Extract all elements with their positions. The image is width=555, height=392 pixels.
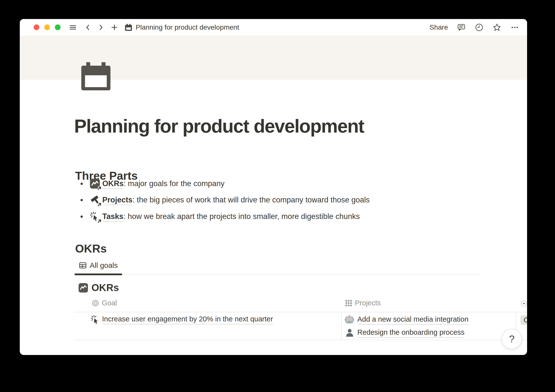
table-header-border xyxy=(75,312,527,312)
calendar-icon xyxy=(124,23,133,32)
desktop-background: Planning for product development Share xyxy=(0,0,555,392)
tab-divider xyxy=(75,274,481,275)
bullet-dot xyxy=(81,199,83,201)
active-tab-underline xyxy=(75,274,122,275)
bullet-dot xyxy=(81,183,83,185)
bullet-text: : how we break apart the projects into s… xyxy=(124,212,360,221)
close-window-button[interactable] xyxy=(34,24,39,30)
back-icon[interactable] xyxy=(84,23,92,31)
table-row-goal-cell[interactable]: Increase user engagement by 20% in the n… xyxy=(91,315,273,324)
collapse-triangle-icon[interactable] xyxy=(521,300,527,307)
view-tab-all-goals[interactable]: All goals xyxy=(79,261,118,270)
forward-icon[interactable] xyxy=(97,23,105,31)
column-header-projects[interactable]: Projects xyxy=(345,299,381,307)
okrs-page-link[interactable]: OKRs xyxy=(102,179,124,189)
heading-okrs[interactable]: OKRs xyxy=(75,242,107,255)
status-tag[interactable]: O xyxy=(520,315,527,325)
tasks-page-link[interactable]: Tasks xyxy=(102,212,124,222)
grid-icon xyxy=(345,300,352,307)
breadcrumb-page-title[interactable]: Planning for product development xyxy=(136,23,239,31)
list-item-tasks[interactable]: Tasks: how we break apart the projects i… xyxy=(75,211,360,222)
minimize-window-button[interactable] xyxy=(44,24,50,30)
calendar-page-icon[interactable] xyxy=(81,62,110,90)
more-icon[interactable] xyxy=(510,23,519,32)
project-relation-item[interactable]: Redesign the onboarding process xyxy=(345,328,465,338)
share-button[interactable]: Share xyxy=(429,23,448,31)
view-tab-label: All goals xyxy=(90,261,118,270)
table-row-border xyxy=(75,340,527,340)
traffic-lights xyxy=(34,24,61,30)
notion-window: Planning for product development Share xyxy=(20,19,527,355)
bullet-text: : the big pieces of work that will drive… xyxy=(132,196,370,204)
sidebar-menu-icon[interactable] xyxy=(68,23,77,32)
list-item-projects[interactable]: Projects: the big pieces of work that wi… xyxy=(75,194,370,206)
projects-page-link[interactable]: Projects xyxy=(102,196,132,205)
trending-up-icon xyxy=(90,179,100,189)
hammer-icon xyxy=(90,195,100,205)
page-link-arrow-icon xyxy=(97,186,102,191)
cursor-click-icon xyxy=(90,212,100,221)
star-icon[interactable] xyxy=(492,23,501,32)
zoom-window-button[interactable] xyxy=(55,24,61,30)
comment-icon[interactable] xyxy=(457,23,466,32)
column-header-goal[interactable]: Goal xyxy=(92,299,117,307)
bullet-text: : major goals for the company xyxy=(124,179,224,188)
clock-icon[interactable] xyxy=(475,23,484,32)
project-link[interactable]: Redesign the onboarding process xyxy=(357,328,465,338)
robot-emoji xyxy=(344,314,354,325)
project-link[interactable]: Add a new social media integration xyxy=(357,315,469,325)
project-relation-item[interactable]: Add a new social media integration xyxy=(344,314,469,325)
trending-up-icon xyxy=(79,283,88,293)
new-tab-icon[interactable] xyxy=(110,23,118,31)
help-button[interactable]: ? xyxy=(502,329,522,349)
bullet-dot xyxy=(81,216,83,218)
column-divider xyxy=(341,312,342,340)
cursor-click-icon xyxy=(91,315,100,324)
database-title[interactable]: OKRs xyxy=(79,282,119,293)
help-button-label: ? xyxy=(509,333,514,345)
database-title-text[interactable]: OKRs xyxy=(91,282,119,293)
page-title[interactable]: Planning for product development xyxy=(74,115,364,137)
list-item-okrs[interactable]: OKRs: major goals for the company xyxy=(75,178,225,190)
titlebar: Planning for product development Share xyxy=(20,19,527,36)
page-link-arrow-icon xyxy=(97,219,102,223)
page-link-arrow-icon xyxy=(97,202,102,207)
status-tag-label: O xyxy=(524,316,527,324)
column-header-label: Goal xyxy=(102,299,117,307)
person-emoji xyxy=(345,328,354,338)
target-icon xyxy=(92,299,99,307)
table-view-icon xyxy=(79,261,87,270)
column-header-label: Projects xyxy=(355,299,381,307)
goal-link[interactable]: Increase user engagement by 20% in the n… xyxy=(102,315,273,324)
